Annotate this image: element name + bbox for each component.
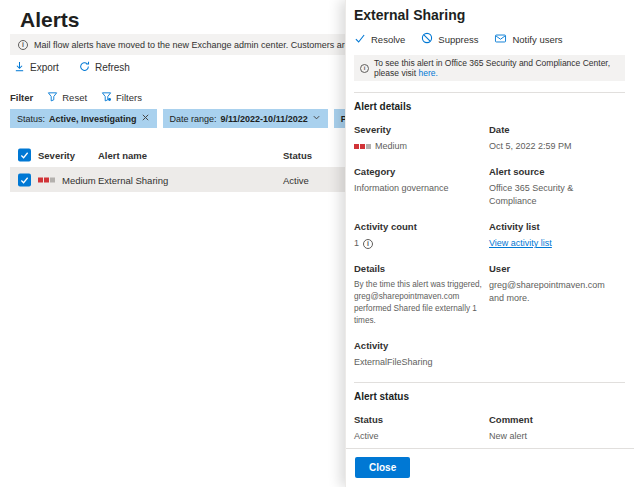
divider (354, 92, 625, 93)
alert-source-label: Alert source (489, 166, 621, 177)
severity-field: Severity Medium (354, 124, 489, 153)
suppress-label: Suppress (438, 34, 478, 45)
divider (354, 382, 625, 383)
filter-chips: Status: Active, Investigating Date range… (10, 109, 345, 128)
severity-indicator-icon (38, 177, 55, 182)
activity-field: Activity ExternalFileSharing (354, 340, 489, 369)
filter-label: Filter (10, 92, 33, 103)
info-icon: i (360, 64, 369, 73)
date-chip-value: 9/11/2022-10/11/2022 (221, 114, 308, 124)
activity-count-value: 1 (354, 237, 359, 250)
user-value: greg@sharepointmaven.com and more. (489, 279, 621, 305)
details-label: Details (354, 263, 485, 274)
activity-list-field: Activity list View activity list (489, 221, 625, 250)
chevron-down-icon (312, 113, 321, 124)
category-value: Information governance (354, 182, 485, 195)
reset-filter-button[interactable]: Reset (47, 91, 87, 104)
alerts-list-page: Alerts i Mail flow alerts have moved to … (0, 0, 345, 487)
alert-details-grid: Severity Medium Date Oct 5, 2022 2:59 PM… (354, 124, 625, 382)
date-range-filter-chip[interactable]: Date range: 9/11/2022-10/11/2022 (163, 109, 328, 128)
status-chip-prefix: Status: (17, 114, 45, 124)
filter-bar: Filter Reset Filters (10, 91, 142, 104)
block-icon (421, 32, 433, 46)
row-alert-name: External Sharing (98, 174, 168, 185)
page-title: Alerts (20, 8, 80, 32)
view-activity-list-link[interactable]: View activity list (489, 238, 552, 248)
severity-value: Medium (375, 140, 407, 153)
comment-label: Comment (489, 414, 621, 425)
reset-label: Reset (62, 92, 87, 103)
refresh-label: Refresh (95, 62, 130, 73)
category-field: Category Information governance (354, 166, 489, 208)
date-chip-prefix: Date range: (170, 114, 217, 124)
alerts-table-header: Severity Alert name Status (10, 145, 345, 165)
alert-status-heading: Alert status (354, 391, 625, 402)
mail-icon (494, 33, 507, 46)
details-value: By the time this alert was triggered, gr… (354, 279, 494, 327)
alert-source-field: Alert source Office 365 Security & Compl… (489, 166, 625, 208)
status-filter-chip[interactable]: Status: Active, Investigating (10, 109, 157, 128)
dismiss-icon[interactable] (141, 113, 150, 124)
severity-label: Severity (354, 124, 485, 135)
row-status: Active (283, 174, 309, 185)
info-icon[interactable]: i (363, 239, 373, 249)
info-icon: i (18, 40, 28, 50)
user-field: User greg@sharepointmaven.com and more. (489, 263, 625, 327)
alert-detail-panel: External Sharing Resolve Suppress Notify… (345, 0, 634, 487)
funnel-icon (47, 91, 58, 104)
activity-count-field: Activity count 1 i (354, 221, 489, 250)
column-header-severity[interactable]: Severity (38, 150, 75, 161)
alert-details-heading: Alert details (354, 101, 625, 112)
user-label: User (489, 263, 621, 274)
row-severity: Medium (62, 174, 96, 185)
alerts-app: Alerts i Mail flow alerts have moved to … (0, 0, 634, 487)
date-field: Date Oct 5, 2022 2:59 PM (489, 124, 625, 153)
funnel-settings-icon (101, 91, 112, 104)
alert-table-row[interactable]: Medium External Sharing Active (10, 167, 345, 192)
compliance-banner-text: To see this alert in Office 365 Security… (374, 58, 619, 78)
filters-label: Filters (116, 92, 142, 103)
notify-users-button[interactable]: Notify users (494, 33, 562, 46)
activity-value: ExternalFileSharing (354, 356, 485, 369)
details-field: Details By the time this alert was trigg… (354, 263, 489, 327)
column-header-status[interactable]: Status (283, 150, 312, 161)
resolve-button[interactable]: Resolve (354, 33, 405, 46)
panel-title: External Sharing (354, 7, 625, 23)
status-field: Status Active (354, 414, 489, 443)
date-label: Date (489, 124, 621, 135)
check-icon (354, 33, 366, 46)
date-value: Oct 5, 2022 2:59 PM (489, 140, 621, 153)
status-chip-value: Active, Investigating (49, 114, 137, 124)
export-label: Export (30, 62, 59, 73)
alert-source-value: Office 365 Security & Compliance (489, 182, 621, 208)
here-link[interactable]: here. (418, 68, 437, 78)
clipped-filter-chip[interactable]: P (334, 109, 345, 128)
refresh-button[interactable]: Refresh (79, 61, 130, 74)
panel-actions: Resolve Suppress Notify users (354, 32, 625, 46)
mailflow-info-banner: i Mail flow alerts have moved to the new… (10, 34, 345, 55)
status-label: Status (354, 414, 485, 425)
export-button[interactable]: Export (14, 61, 59, 74)
activity-label: Activity (354, 340, 485, 351)
comment-value: New alert (489, 430, 621, 443)
activity-count-label: Activity count (354, 221, 485, 232)
mailflow-banner-text: Mail flow alerts have moved to the new E… (34, 40, 345, 50)
comment-field: Comment New alert (489, 414, 625, 443)
suppress-button[interactable]: Suppress (421, 32, 478, 46)
refresh-icon (79, 61, 90, 74)
activity-list-label: Activity list (489, 221, 621, 232)
row-checkbox[interactable] (18, 173, 31, 186)
category-label: Category (354, 166, 485, 177)
filters-button[interactable]: Filters (101, 91, 142, 104)
notify-users-label: Notify users (512, 34, 562, 45)
severity-indicator-icon (354, 144, 371, 149)
status-value: Active (354, 430, 485, 443)
download-icon (14, 61, 25, 74)
close-button[interactable]: Close (355, 457, 410, 478)
resolve-label: Resolve (371, 34, 405, 45)
column-header-alert-name[interactable]: Alert name (98, 150, 147, 161)
compliance-center-banner: i To see this alert in Office 365 Securi… (354, 55, 625, 81)
select-all-checkbox[interactable] (18, 149, 31, 162)
panel-footer: Close (346, 448, 634, 487)
alerts-toolbar: Export Refresh (14, 61, 130, 74)
